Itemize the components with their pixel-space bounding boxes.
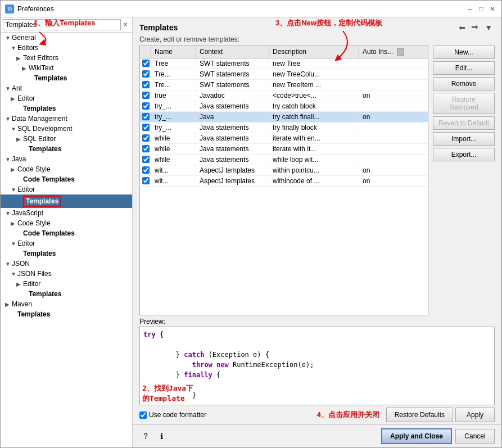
row-desc: <code>true<... (269, 90, 359, 101)
sidebar-item-js-code-templates[interactable]: Code Templates (1, 228, 132, 238)
sidebar-item-general[interactable]: ▼ General (1, 33, 132, 43)
nav-back-button[interactable]: ⬅ (456, 22, 468, 33)
table-body[interactable]: Tree SWT statements new Tree Tre... SWT … (140, 58, 428, 315)
table-row[interactable]: Tre... SWT statements new TreeColu... (140, 69, 428, 80)
sidebar-item-sql-editor[interactable]: ▶ SQL Editor (1, 134, 132, 144)
sidebar-item-templates-2[interactable]: Templates (1, 103, 132, 114)
sidebar-item-json-editor[interactable]: ▶ Editor (1, 279, 132, 289)
sidebar-item-text-editors[interactable]: ▶ Text Editors (1, 53, 132, 63)
restore-defaults-button[interactable]: Restore Defaults (386, 408, 453, 422)
table-row-selected[interactable]: try_... Java try catch finall... on (140, 112, 428, 123)
preview-box[interactable]: try { } catch (Exception e) { throw new … (139, 327, 495, 405)
templates-table: Name Context Description Auto Ins... Tre… (139, 46, 428, 315)
apply-and-close-button[interactable]: Apply and Close (381, 428, 452, 444)
formatter-label[interactable]: Use code formatter (149, 411, 206, 419)
col-header-auto[interactable]: Auto Ins... (359, 46, 428, 58)
new-button[interactable]: New... (433, 46, 495, 59)
sidebar-item-maven[interactable]: ▶ Maven (1, 299, 132, 309)
remove-button[interactable]: Remove (433, 77, 495, 90)
table-row[interactable]: try_... Java statements try catch block (140, 101, 428, 112)
apply-button[interactable]: Apply (455, 408, 495, 422)
table-row[interactable]: true Javadoc <code>true<... on (140, 90, 428, 101)
search-clear-button[interactable]: ✕ (121, 20, 130, 29)
sidebar-item-data-mgmt[interactable]: ▼ Data Management (1, 114, 132, 124)
row-auto (359, 105, 428, 107)
table-row[interactable]: wit... AspectJ templates within pointcu.… (140, 165, 428, 176)
col-header-name[interactable]: Name (151, 46, 196, 58)
expand-icon: ▼ (11, 241, 17, 247)
sidebar-item-label: Editors (17, 44, 38, 52)
row-name: wit... (151, 176, 196, 186)
search-input[interactable] (3, 19, 121, 30)
maximize-button[interactable]: □ (477, 4, 486, 13)
formatter-checkbox[interactable] (139, 411, 147, 419)
sidebar-item-ant-editor[interactable]: ▶ Editor (1, 93, 132, 103)
sidebar-item-sql-dev[interactable]: ▼ SQL Development (1, 124, 132, 134)
table-row[interactable]: wit... AspectJ templates withincode of .… (140, 176, 428, 187)
sidebar-item-ant[interactable]: ▼ Ant (1, 83, 132, 93)
panel-header: Templates ⬅ ⮕ ▼ (133, 17, 501, 35)
sidebar-item-json-files[interactable]: ▼ JSON Files (1, 269, 132, 279)
row-check[interactable] (140, 58, 151, 68)
col-header-check (140, 46, 151, 58)
sidebar-item-templates-4[interactable]: Templates (1, 194, 132, 208)
row-check[interactable] (140, 155, 151, 164)
sidebar-item-js-editor[interactable]: ▼ Editor (1, 238, 132, 248)
sidebar-item-templates-6[interactable]: Templates (1, 289, 132, 299)
row-context: Java statements (196, 144, 269, 154)
table-row[interactable]: Tre... SWT statements new TreeItem ... (140, 80, 428, 90)
row-check[interactable] (140, 133, 151, 143)
info-button[interactable]: ℹ (155, 430, 168, 442)
tree-container[interactable]: ▼ General ▼ Editors (1, 33, 132, 447)
row-check[interactable] (140, 101, 151, 111)
row-check[interactable] (140, 165, 151, 175)
row-check[interactable] (140, 80, 151, 89)
sidebar-item-templates-5[interactable]: Templates (1, 248, 132, 259)
close-button[interactable]: ✕ (488, 4, 497, 13)
row-check[interactable] (140, 144, 151, 153)
sidebar-item-label: Templates (17, 310, 50, 318)
row-desc: new TreeColu... (269, 69, 359, 79)
sidebar-item-label: JSON Files (17, 270, 52, 278)
row-check[interactable] (140, 69, 151, 79)
import-button[interactable]: Import... (433, 132, 495, 146)
sidebar-item-templates-7[interactable]: Templates (1, 309, 132, 319)
table-row[interactable]: while Java statements iterate with en... (140, 133, 428, 144)
sidebar-item-code-style[interactable]: ▶ Code Style (1, 164, 132, 174)
minimize-button[interactable]: ─ (465, 4, 474, 13)
revert-to-default-button[interactable]: Revert to Default (433, 116, 495, 130)
row-check[interactable] (140, 90, 151, 100)
sidebar-item-java-editor[interactable]: ▼ Editor (1, 184, 132, 194)
row-check[interactable] (140, 123, 151, 132)
nav-menu-button[interactable]: ▼ (482, 22, 495, 33)
table-row[interactable]: while Java statements iterate with it... (140, 144, 428, 155)
row-auto: on (359, 90, 428, 101)
edit-button[interactable]: Edit... (433, 61, 495, 75)
row-check[interactable] (140, 176, 151, 185)
table-row[interactable]: Tree SWT statements new Tree (140, 58, 428, 69)
export-button[interactable]: Export... (433, 148, 495, 161)
cancel-button[interactable]: Cancel (455, 429, 495, 444)
sidebar-item-code-templates[interactable]: Code Templates (1, 174, 132, 184)
restore-removed-button[interactable]: Restore Removed (433, 93, 495, 114)
sidebar-item-javascript[interactable]: ▼ JavaScript (1, 208, 132, 218)
sidebar-item-label: Code Style (17, 165, 51, 173)
expand-icon: ▼ (11, 45, 17, 51)
sidebar-item-templates-3[interactable]: Templates (1, 144, 132, 154)
row-desc: try catch block (269, 101, 359, 111)
table-row[interactable]: try_... Java statements try finally bloc… (140, 123, 428, 133)
sidebar-item-wikitext[interactable]: ▶ WikiText (1, 63, 132, 73)
col-header-desc[interactable]: Description (269, 46, 359, 58)
row-desc: try catch finall... (269, 112, 359, 122)
sidebar-item-editors[interactable]: ▼ Editors (1, 43, 132, 53)
nav-forward-button[interactable]: ⮕ (469, 22, 481, 33)
table-row[interactable]: while Java statements while loop wit... (140, 155, 428, 165)
row-check[interactable] (140, 112, 151, 121)
col-header-context[interactable]: Context (196, 46, 269, 58)
sidebar-item-json[interactable]: ▼ JSON (1, 259, 132, 269)
sidebar-item-js-code-style[interactable]: ▶ Code Style (1, 218, 132, 228)
sidebar-item-templates-1[interactable]: Templates (1, 73, 132, 83)
help-button[interactable]: ? (139, 430, 152, 442)
sidebar-item-java[interactable]: ▼ Java (1, 154, 132, 164)
sidebar-item-label: General (12, 34, 36, 42)
